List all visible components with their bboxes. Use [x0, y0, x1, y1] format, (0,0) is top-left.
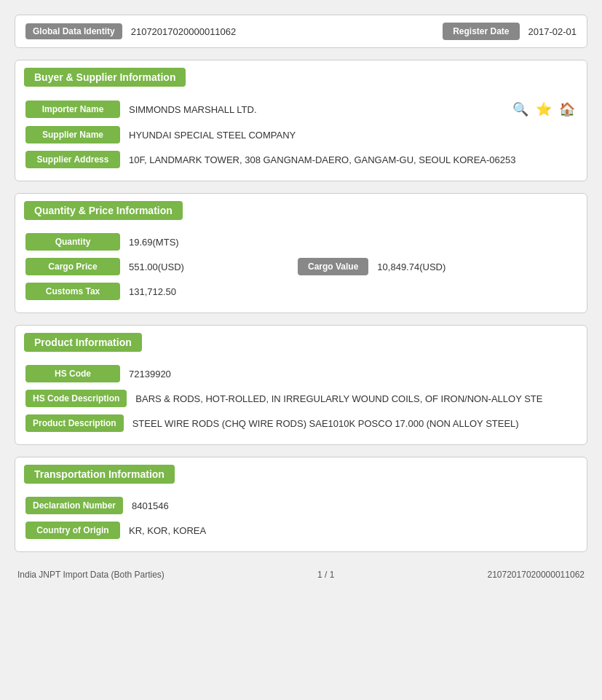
global-id-label: Global Data Identity: [25, 23, 122, 39]
quantity-label: Quantity: [25, 233, 120, 251]
hs-code-desc-row: HS Code Description BARS & RODS, HOT-ROL…: [15, 386, 587, 411]
hs-code-label: HS Code: [25, 365, 120, 382]
quantity-row: Quantity 19.69(MTS): [15, 229, 587, 254]
product-title: Product Information: [24, 333, 142, 352]
country-value: KR, KOR, KOREA: [129, 525, 577, 536]
register-date-button[interactable]: Register Date: [443, 23, 519, 40]
product-desc-label: Product Description: [25, 414, 124, 432]
quantity-value: 19.69(MTS): [129, 237, 577, 248]
buyer-supplier-header-wrap: Buyer & Supplier Information: [15, 60, 587, 96]
declaration-label: Declaration Number: [25, 497, 123, 514]
footer-row: India JNPT Import Data (Both Parties) 1 …: [15, 564, 587, 580]
country-row: Country of Origin KR, KOR, KOREA: [15, 518, 587, 543]
transportation-header-wrap: Transportation Information: [15, 457, 587, 493]
footer-record-id: 21072017020000011062: [488, 570, 585, 580]
supplier-name-label: Supplier Name: [25, 126, 120, 143]
supplier-address-label: Supplier Address: [25, 151, 120, 168]
declaration-row: Declaration Number 8401546: [15, 493, 587, 518]
hs-code-desc-value: BARS & RODS, HOT-ROLLED, IN IRREGULARLY …: [135, 393, 577, 404]
importer-label: Importer Name: [25, 101, 120, 118]
search-icon[interactable]: 🔍: [511, 100, 530, 119]
footer-source: India JNPT Import Data (Both Parties): [17, 570, 165, 580]
product-card: Product Information HS Code 72139920 HS …: [15, 325, 587, 445]
declaration-value: 8401546: [132, 500, 577, 511]
customs-tax-value: 131,712.50: [129, 286, 577, 297]
supplier-address-row: Supplier Address 10F, LANDMARK TOWER, 30…: [15, 147, 587, 172]
importer-value: SIMMONDS MARSHALL LTD.: [129, 104, 502, 115]
star-icon[interactable]: ⭐: [534, 100, 553, 119]
supplier-name-value: HYUNDAI SPECIAL STEEL COMPANY: [129, 130, 577, 141]
supplier-address-value: 10F, LANDMARK TOWER, 308 GANGNAM-DAERO, …: [129, 154, 577, 165]
footer-pagination: 1 / 1: [317, 570, 334, 580]
cargo-value-button[interactable]: Cargo Value: [298, 258, 368, 275]
buyer-supplier-card: Buyer & Supplier Information Importer Na…: [15, 60, 587, 181]
cargo-price-label: Cargo Price: [25, 258, 120, 275]
transportation-title: Transportation Information: [24, 465, 175, 484]
product-header-wrap: Product Information: [15, 326, 587, 361]
customs-tax-label: Customs Tax: [25, 283, 120, 300]
product-desc-value: STEEL WIRE RODS (CHQ WIRE RODS) SAE1010K…: [132, 418, 577, 429]
importer-row: Importer Name SIMMONDS MARSHALL LTD. 🔍 ⭐…: [15, 96, 587, 122]
global-id-row: Global Data Identity 2107201702000001106…: [15, 15, 587, 48]
global-id-value: 21072017020000011062: [131, 26, 434, 37]
product-desc-row: Product Description STEEL WIRE RODS (CHQ…: [15, 411, 587, 436]
country-label: Country of Origin: [25, 522, 120, 539]
home-icon[interactable]: 🏠: [558, 100, 577, 119]
quantity-price-header-wrap: Quantity & Price Information: [15, 194, 587, 229]
cargo-price-row: Cargo Price 551.00(USD) Cargo Value 10,8…: [15, 254, 587, 279]
hs-code-desc-label: HS Code Description: [25, 390, 127, 407]
page-wrapper: Global Data Identity 2107201702000001106…: [15, 15, 587, 580]
cargo-price-value: 551.00(USD): [129, 261, 289, 272]
supplier-name-row: Supplier Name HYUNDAI SPECIAL STEEL COMP…: [15, 122, 587, 147]
quantity-price-card: Quantity & Price Information Quantity 19…: [15, 193, 587, 313]
transportation-card: Transportation Information Declaration N…: [15, 457, 587, 552]
cargo-value-value: 10,849.74(USD): [377, 261, 577, 272]
buyer-supplier-title: Buyer & Supplier Information: [24, 68, 186, 87]
hs-code-row: HS Code 72139920: [15, 361, 587, 386]
quantity-price-title: Quantity & Price Information: [24, 201, 183, 220]
customs-tax-row: Customs Tax 131,712.50: [15, 279, 587, 304]
register-date-value: 2017-02-01: [528, 26, 577, 37]
buyer-icons-group: 🔍 ⭐ 🏠: [511, 100, 577, 119]
hs-code-value: 72139920: [129, 369, 577, 380]
